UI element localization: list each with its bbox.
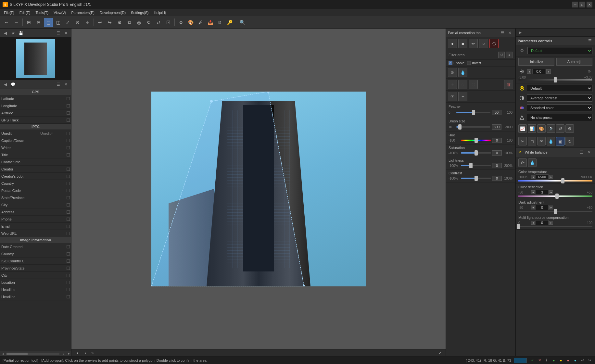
toolbar-grid-2[interactable]: ⊟ [34,18,43,27]
gps-longitude-row[interactable]: Longitude [0,102,71,109]
multi-light-dec[interactable]: ◂ [531,221,535,225]
params-expand-icon[interactable]: ▶ [517,30,523,35]
imginfo-city-row[interactable]: City [0,272,71,279]
status-cyan-icon[interactable]: ● [572,358,578,363]
filter-icon-1[interactable]: ↺ [498,52,505,58]
correction-add-icon[interactable]: ✦ [448,80,457,89]
auto-adj-button[interactable]: Auto adj. [556,58,592,66]
multi-light-track[interactable] [518,226,592,227]
menu-file[interactable]: File(F) [1,10,17,15]
iptc-country-row[interactable]: Country [0,180,71,187]
correction-delete-icon[interactable]: 🗑 [504,80,513,89]
correction-sliders-icon[interactable]: ⚙ [448,68,457,77]
pct-star-icon[interactable]: ✦ [458,92,467,101]
iptc-contact-row[interactable]: Contact info [0,158,71,166]
meta-panel-menu[interactable]: ☰ [55,81,61,88]
iptc-postal-row[interactable]: Postal Code [0,187,71,194]
scroll-thumb[interactable] [6,353,28,355]
imginfo-location-row[interactable]: Location [0,279,71,286]
toolbar-develop[interactable]: ⚙ [115,18,124,27]
lightness-track[interactable] [461,165,491,166]
toolbar-search[interactable]: 🔍 [238,18,247,27]
invert-checkbox[interactable] [467,61,471,65]
tool-levels[interactable]: 📊 [528,124,536,133]
enable-checkbox-label[interactable]: ✓ Enable [449,61,464,65]
iptc-creator-row[interactable]: Creator [0,166,71,173]
iptc-city-row[interactable]: City [0,201,71,208]
wb-dropper-btn[interactable]: 💧 [528,158,537,167]
correction-minus-icon[interactable]: ◇ [458,80,467,89]
preset-dropdown[interactable]: Default [527,47,592,54]
panel-save[interactable]: 💾 [18,30,24,36]
iptc-weburl-row[interactable]: Web URL [0,230,71,237]
imginfo-country-row[interactable]: Country [0,250,71,257]
pct-eye-icon[interactable]: 👁 [448,92,457,101]
status-warning-icon[interactable]: ✕ [537,358,542,363]
status-redo-icon[interactable]: ↪ [587,358,592,363]
menu-view[interactable]: View(V) [51,10,69,15]
saturation-thumb[interactable] [475,150,478,156]
minimize-button[interactable]: ─ [572,2,578,7]
tool-overlay[interactable]: ▣ [556,137,564,145]
toolbar-undo[interactable]: ↩ [95,18,105,27]
color-deflection-dec[interactable]: ◂ [531,190,535,194]
tool-effects[interactable]: ⚙ [565,124,574,133]
toolbar-fit[interactable]: ⤢ [63,18,72,27]
menu-tools[interactable]: Tools(T) [33,10,51,15]
imginfo-iso-country-row[interactable]: ISO Country C [0,257,71,265]
statusbar-fit[interactable]: ⤢ [437,350,443,356]
iptc-state-row[interactable]: State/Province [0,194,71,201]
toolbar-spot[interactable]: ◎ [134,18,144,27]
iptc-creator-job-row[interactable]: Creator's Jobti [0,173,71,180]
panel-chat[interactable]: 💬 [10,81,16,88]
filter-icon-2[interactable]: ● [506,52,513,58]
image-container[interactable] [71,29,446,349]
contrast-thumb[interactable] [475,176,478,181]
imginfo-headline-row[interactable]: Headline [0,286,71,293]
menu-settings[interactable]: Settings(S) [128,10,151,15]
exposure-inc-btn[interactable]: ▸ [546,69,551,74]
lightness-thumb[interactable] [469,163,473,168]
contrast-dropdown[interactable]: Average contrast [527,94,592,102]
pct-menu-icon[interactable]: ☰ [499,30,506,36]
wb-auto-btn[interactable]: ⟳ [518,158,527,167]
tool-lens[interactable]: 🔭 [547,124,555,133]
statusbar-nav-left[interactable]: ◂ [74,350,80,356]
tool-white[interactable]: ◻ [528,137,536,145]
exposure-reset-icon[interactable]: ⟳ [586,68,592,75]
tone-dropdown[interactable]: Default [527,85,592,92]
toolbar-compare[interactable]: ◫ [54,18,63,27]
panel-nav-prev[interactable]: ◀ [2,30,8,36]
pct-rect-tool[interactable]: ■ [458,39,467,48]
menu-edit[interactable]: Edit(E) [17,10,33,15]
left-panel-scrollbar[interactable]: ◂ ▸ ▾ [0,351,71,356]
status-green-icon[interactable]: ● [551,358,557,363]
scroll-left-arrow[interactable]: ◂ [0,352,5,356]
toolbar-back[interactable]: ← [2,18,11,27]
meta-panel-close[interactable]: ✕ [63,81,69,88]
saturation-track[interactable] [461,152,491,154]
color-temp-inc[interactable]: ▸ [549,175,553,179]
params-menu-icon[interactable]: ☰ [587,38,593,44]
gps-altitude-row[interactable]: Altitude [0,109,71,117]
statusbar-nav-right[interactable]: ▸ [82,350,88,356]
pct-polygon-tool[interactable]: ⬠ [489,39,499,48]
status-red-icon[interactable]: ● [565,358,571,363]
iptc-title-row[interactable]: Title [0,151,71,158]
color-temp-thumb[interactable] [561,178,564,183]
toolbar-check[interactable]: ☑ [164,18,173,27]
color-deflection-inc[interactable]: ▸ [549,190,553,194]
tool-eye[interactable]: 👁 [537,137,546,145]
color-temp-gradient-track[interactable] [518,180,592,182]
dark-adj-thumb[interactable] [554,209,557,214]
multi-light-thumb[interactable] [517,224,520,229]
exposure-thumb[interactable] [554,77,557,82]
status-check-icon[interactable]: ✓ [529,358,535,363]
iptc-writer-row[interactable]: Writer [0,144,71,151]
toolbar-brush[interactable]: 🖌 [196,18,205,27]
sharpness-dropdown[interactable]: No sharpness [527,114,592,121]
color-deflection-thumb[interactable] [555,194,559,199]
invert-checkbox-label[interactable]: Invert [467,61,481,65]
dark-adj-dec[interactable]: ◂ [531,206,535,209]
toolbar-export[interactable]: 📤 [206,18,215,27]
